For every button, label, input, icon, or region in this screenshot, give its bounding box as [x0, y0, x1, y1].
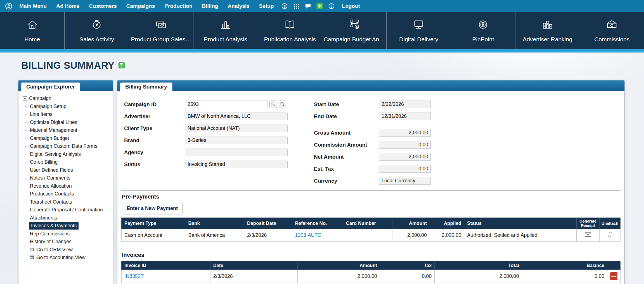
col-header-date: Date	[210, 261, 297, 270]
brand-field	[185, 137, 288, 144]
tab-billing-summary[interactable]: Billing Summary	[120, 82, 172, 91]
tile-label: Publication Analysis	[264, 36, 316, 43]
tile-product-group-sales[interactable]: Product Group Sales…	[129, 12, 193, 49]
excel-export-icon[interactable]	[119, 62, 125, 68]
tree-root-campaign[interactable]: Campaign	[23, 94, 111, 102]
tree-item-material-management[interactable]: Material Management	[25, 127, 111, 135]
tree-item-campaign-budget[interactable]: Campaign Budget	[25, 134, 111, 142]
tree-item-notes-comments[interactable]: Notes / Comments	[25, 174, 111, 182]
invoices-table: Invoice ID Date Amount Tax Total Balance…	[121, 261, 621, 283]
user-icon[interactable]	[3, 3, 15, 10]
tree-item-campaign-custom-data-forms[interactable]: Campaign Custom Data Forms	[25, 142, 111, 151]
envelope-icon[interactable]	[585, 232, 591, 237]
tile-label: Advertiser Ranking	[523, 36, 572, 43]
menu-main-menu[interactable]: Main Menu	[15, 0, 51, 12]
tree-item-user-defined-fields[interactable]: User Defined Fields	[25, 166, 111, 174]
campaign-explorer-panel: Campaign Explorer Campaign Campaign Setu…	[18, 80, 113, 284]
campaign-id-field[interactable]	[185, 101, 268, 108]
tree-link-accounting-view[interactable]: Go to Accounting View	[25, 254, 111, 262]
tree-item-co-op-billing[interactable]: Co-op Billing	[25, 158, 111, 166]
top-menu-bar: Main Menu Ad Home Customers Campaigns Pr…	[0, 0, 644, 12]
budget-flow-icon: $	[348, 18, 361, 32]
col-header-generate-receipt: Generate Receipt	[576, 218, 599, 229]
enter-new-payment-button[interactable]: Enter a New Payment	[122, 203, 183, 214]
campaign-lookup-button[interactable]	[269, 101, 277, 108]
col-header-amount: Amount	[298, 261, 380, 270]
logout-button[interactable]: Logout	[337, 0, 365, 12]
prepayments-table: Payment Type Bank Deposit Date Reference…	[121, 218, 621, 242]
billing-panel-header: Billing Summary	[117, 80, 624, 91]
tab-campaign-explorer[interactable]: Campaign Explorer	[21, 82, 80, 91]
tree-item-attachments[interactable]: Attachments	[25, 214, 111, 222]
tile-commissions[interactable]: Commissions	[580, 12, 644, 49]
tree-item-campaign-setup[interactable]: Campaign Setup	[25, 102, 111, 111]
tile-home[interactable]: Home	[0, 12, 64, 49]
end-date-field[interactable]	[379, 113, 431, 120]
invoice-id-link[interactable]: IN8353T	[124, 273, 144, 279]
monitor-icon	[412, 18, 425, 32]
tree-item-digital-serving-analysis[interactable]: Digital Serving Analysis	[25, 150, 111, 158]
tile-product-analysis[interactable]: Product Analysis	[193, 12, 257, 49]
currency-label: Currency	[314, 178, 379, 184]
cell-payment-type: Cash on Account	[122, 229, 185, 242]
cash-icon	[605, 18, 618, 32]
menu-billing[interactable]: Billing	[197, 0, 223, 12]
tile-digital-delivery[interactable]: Digital Delivery	[386, 12, 451, 49]
module-tiles: Home Sales Activity Product Group Sales……	[0, 12, 644, 49]
dollar-circle-icon[interactable]: $	[279, 3, 290, 9]
col-header-payment-type: Payment Type	[122, 218, 185, 229]
tile-label: Product Group Sales…	[131, 36, 191, 43]
prepayments-heading: Pre-Payments	[122, 194, 621, 200]
col-header-deposit-date: Deposit Date	[244, 218, 292, 229]
pdf-icon[interactable]: PDF	[610, 272, 617, 280]
client-type-field	[185, 125, 288, 132]
menu-customers[interactable]: Customers	[84, 0, 122, 12]
info-icon[interactable]	[326, 3, 337, 9]
tree-item-invoices-payments[interactable]: Invoices & Payments	[25, 222, 111, 230]
reference-no-link[interactable]: 1203.AUTO	[295, 232, 321, 238]
start-date-field[interactable]	[379, 101, 431, 108]
cell-amount: 2,000.00	[298, 270, 380, 283]
tree-item-generate-proposal-confirmation[interactable]: Generate Proposal / Confirmation	[25, 206, 111, 214]
tree-link-crm-view[interactable]: Go to CRM View	[25, 246, 111, 254]
prepayment-row: Cash on Account Bank of America 2/3/2026…	[122, 229, 621, 242]
tab-label: Campaign Explorer	[26, 84, 75, 90]
menu-ad-home[interactable]: Ad Home	[51, 0, 84, 12]
tile-pinpoint[interactable]: PinPoint	[451, 12, 515, 49]
tile-advertiser-ranking[interactable]: 213 Advertiser Ranking	[515, 12, 579, 49]
cell-status: Authorized, Settled and Applied	[464, 229, 577, 242]
tile-campaign-budget-analysis[interactable]: $ Campaign Budget An…	[322, 12, 386, 49]
tree-item-history-of-changes[interactable]: History of Changes	[25, 238, 111, 246]
cell-bank: Bank of America	[185, 229, 244, 242]
tree-item-production-contacts[interactable]: Production Contacts	[25, 190, 111, 198]
col-header-card-number: Card Number	[343, 218, 392, 229]
currency-field	[379, 177, 431, 185]
cell-card-number	[343, 229, 392, 242]
tile-publication-analysis[interactable]: Publication Analysis	[258, 12, 322, 49]
campaign-search-button[interactable]	[279, 101, 286, 108]
banknotes-icon	[155, 18, 167, 32]
page-title-row: BILLING SUMMARY	[21, 60, 644, 71]
agency-field	[185, 149, 288, 156]
menu-setup[interactable]: Setup	[254, 0, 279, 12]
tree-item-line-items[interactable]: Line Items	[25, 111, 111, 119]
home-icon	[26, 18, 39, 32]
tile-sales-activity[interactable]: Sales Activity	[64, 12, 129, 49]
tree-item-tearsheet-contacts[interactable]: Tearsheet Contacts	[25, 198, 111, 206]
tree-item-optimize-digital-lines[interactable]: Optimize Digital Lines	[25, 118, 111, 127]
menu-campaigns[interactable]: Campaigns	[122, 0, 160, 12]
client-type-label: Client Type	[124, 125, 185, 132]
excel-export-icon[interactable]	[314, 3, 326, 9]
menu-analysis[interactable]: Analysis	[223, 0, 254, 12]
apps-grid-icon[interactable]	[290, 3, 302, 9]
unattach-icon[interactable]	[607, 232, 613, 237]
tree-item-revenue-allocation[interactable]: Revenue Allocation	[25, 182, 111, 190]
tree-item-rep-commissions[interactable]: Rep Commissions	[25, 230, 111, 238]
menu-production[interactable]: Production	[160, 0, 197, 12]
svg-text:$: $	[356, 25, 357, 28]
collapse-icon[interactable]	[23, 96, 27, 101]
bar-chart-icon	[219, 18, 232, 32]
chat-icon[interactable]	[302, 3, 314, 9]
campaign-id-label: Campaign ID	[124, 101, 185, 108]
col-header-unattach: Unattach	[599, 218, 620, 229]
